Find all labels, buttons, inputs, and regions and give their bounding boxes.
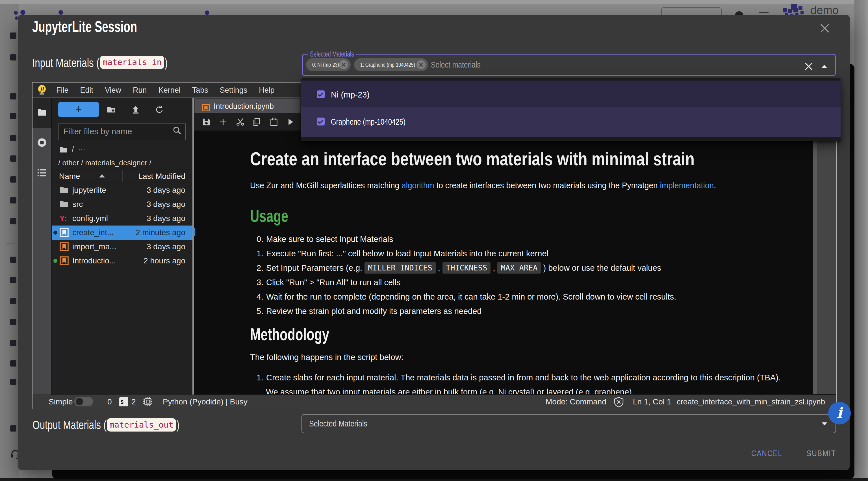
paste-cells-icon[interactable]	[270, 118, 278, 126]
background-sidebar-icon	[10, 425, 17, 431]
output-materials-select[interactable]	[302, 414, 836, 433]
background-sidebar-icon	[10, 298, 17, 304]
inline-code: THICKNESS	[442, 262, 491, 274]
menu-item-tabs[interactable]: Tabs	[192, 86, 208, 95]
brand-logo-cube	[794, 8, 798, 12]
usage-item: 2.Set Input Parameters (e.g. MILLER_INDI…	[256, 262, 661, 274]
cursor-position: Ln 1, Col 1	[633, 397, 671, 407]
notebook-link[interactable]: algorithm	[402, 181, 434, 190]
dialog-title: JupyterLite Session	[32, 17, 137, 37]
output-materials-code-chip: materials_out	[107, 418, 176, 431]
folder-icon	[60, 200, 69, 209]
save-icon[interactable]	[202, 118, 211, 126]
column-header-modified[interactable]: Last Modified	[122, 171, 185, 181]
background-sidebar-icon	[10, 93, 17, 99]
add-cell-icon[interactable]	[219, 118, 227, 126]
trust-shield-icon	[614, 397, 624, 407]
yaml-icon: Y:	[60, 214, 69, 223]
chip-delete-icon[interactable]	[416, 60, 426, 69]
usage-item: 5.Review the strain plot and modify its …	[256, 305, 482, 318]
material-chip[interactable]: 1: Graphene (mp-1040425)	[354, 58, 428, 71]
breadcrumb-root-separator: /	[72, 145, 74, 154]
dropdown-option-label: Graphene (mp-1040425)	[331, 117, 405, 127]
select-materials-placeholder[interactable]: Select materials	[431, 58, 480, 71]
refresh-icon[interactable]	[155, 105, 164, 115]
run-cell-icon[interactable]	[286, 118, 295, 126]
methodology-item: We assume that two input materials are e…	[266, 386, 632, 394]
menu-item-view[interactable]: View	[105, 86, 121, 95]
running-sessions-tab-icon[interactable]	[37, 138, 47, 148]
background-sidebar-icon	[10, 176, 17, 183]
filter-files-input[interactable]: Filter files by name	[59, 123, 186, 140]
checkbox-checked-icon[interactable]	[317, 118, 324, 125]
mat3ra-logo-dot	[20, 10, 25, 15]
dropdown-collapse-icon[interactable]	[821, 65, 827, 68]
background-sidebar-icon	[10, 319, 17, 325]
file-row-create-int-[interactable]: create_int...2 minutes ago	[52, 226, 192, 240]
background-sidebar	[0, 4, 19, 478]
background-sidebar-icon	[10, 218, 17, 224]
chip-delete-icon[interactable]	[339, 60, 348, 69]
background-top-bar	[0, 0, 868, 4]
notebook-scrollbar[interactable]	[813, 98, 817, 394]
file-row-jupyterlite[interactable]: jupyterlite3 days ago	[52, 183, 192, 197]
copy-cells-icon[interactable]	[252, 118, 261, 126]
file-row-introductio-[interactable]: Introductio...2 hours ago	[52, 254, 192, 268]
breadcrumb-ellipsis[interactable]: …	[78, 144, 86, 152]
menu-item-edit[interactable]: Edit	[80, 86, 94, 95]
list-marker: 3.	[256, 276, 266, 289]
submit-button[interactable]: SUBMIT	[807, 448, 836, 459]
breadcrumb[interactable]: / …	[59, 145, 86, 154]
background-sidebar-icon	[10, 360, 17, 366]
file-modified-date: 2 hours ago	[144, 256, 185, 266]
chevron-down-icon	[822, 422, 828, 426]
sort-ascending-icon	[99, 174, 105, 178]
info-button[interactable]: i	[828, 402, 851, 424]
new-folder-icon[interactable]	[106, 105, 116, 115]
input-materials-code-chip: materials_in	[100, 56, 164, 69]
clear-selection-icon[interactable]	[805, 62, 813, 70]
brand-logo-cube	[788, 9, 792, 13]
simple-mode-label: Simple	[49, 397, 73, 407]
cut-cells-icon[interactable]	[236, 118, 245, 126]
jupyterlite-logo-base	[39, 93, 44, 94]
checkbox-checked-icon[interactable]	[317, 90, 324, 98]
close-icon[interactable]	[820, 24, 829, 33]
background-sidebar-icon	[10, 277, 17, 283]
menu-item-file[interactable]: File	[56, 86, 69, 95]
menu-item-settings[interactable]: Settings	[220, 86, 248, 95]
brand-logo-cube	[799, 6, 802, 10]
terminal-icon[interactable]: $_	[119, 397, 128, 407]
kernel-icon[interactable]	[143, 396, 153, 407]
jupyter-right-rail	[817, 98, 836, 394]
breadcrumb-path[interactable]: / other / materials_designer /	[58, 158, 151, 168]
notebook-file-icon	[202, 104, 210, 111]
notebook-icon	[60, 242, 69, 251]
menu-item-kernel[interactable]: Kernel	[158, 86, 181, 95]
background-sidebar-icon	[10, 54, 17, 60]
column-header-name[interactable]: Name	[59, 171, 80, 181]
file-browser-tab-icon[interactable]	[37, 107, 47, 117]
file-row-src[interactable]: src3 days ago	[52, 197, 192, 211]
dropdown-option[interactable]	[301, 81, 841, 107]
menu-item-run[interactable]: Run	[133, 86, 147, 95]
file-row-config-yml[interactable]: Y:config.yml3 days ago	[52, 211, 192, 226]
cancel-button[interactable]: CANCEL	[751, 448, 782, 459]
terminal-count: 0	[107, 397, 112, 407]
material-chip[interactable]: 0: Ni (mp-23)	[306, 58, 351, 71]
selected-materials-label: Selected Materials	[308, 50, 356, 58]
background-sidebar-divider	[6, 243, 14, 244]
file-row-import-ma-[interactable]: import_ma...3 days ago	[52, 240, 192, 254]
file-modified-date: 3 days ago	[147, 199, 185, 209]
output-materials-label: Output Materials (	[32, 416, 106, 433]
mode-indicator: Mode: Command	[546, 397, 607, 407]
menu-item-help[interactable]: Help	[259, 86, 275, 95]
upload-icon[interactable]	[131, 105, 141, 115]
list-marker: 0.	[256, 233, 266, 245]
notebook-link[interactable]: implementation	[660, 181, 714, 190]
table-of-contents-tab-icon[interactable]	[37, 168, 47, 178]
dropdown-option-label: Ni (mp-23)	[331, 90, 370, 100]
output-materials-close-paren: )	[177, 416, 179, 433]
new-launcher-button[interactable]: +	[58, 102, 99, 117]
notebook-intro-paragraph: Use Zur and McGill superlattices matchin…	[250, 179, 716, 191]
